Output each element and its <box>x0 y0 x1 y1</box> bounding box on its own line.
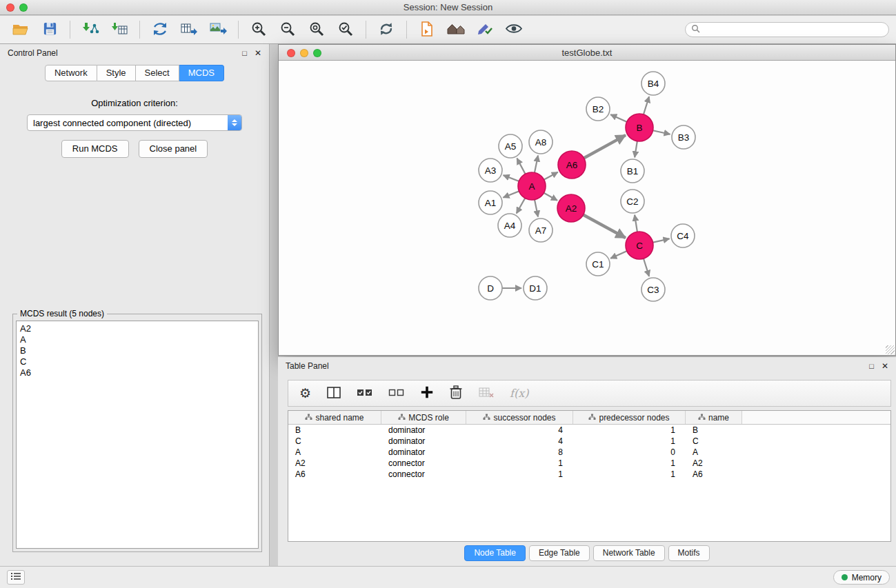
close-panel-button[interactable]: Close panel <box>139 140 208 158</box>
node-A8[interactable]: A8 <box>529 130 552 154</box>
resize-grip[interactable] <box>886 345 895 354</box>
table-cell: dominator <box>381 447 466 458</box>
add-column-button[interactable] <box>420 385 434 401</box>
table-row[interactable]: A6connector11A6 <box>288 469 890 480</box>
tab-network-table[interactable]: Network Table <box>593 545 665 561</box>
node-B4[interactable]: B4 <box>641 72 665 95</box>
export-table-button[interactable] <box>175 18 203 41</box>
result-list-item[interactable]: A2 <box>20 323 255 334</box>
zoom-out-button[interactable] <box>274 18 301 41</box>
zoom-fit-icon <box>308 21 325 39</box>
node-A1[interactable]: A1 <box>479 191 502 214</box>
column-header-shared-name[interactable]: shared name <box>288 411 381 424</box>
export-network-button[interactable] <box>146 18 174 41</box>
minimize-network-window-button[interactable] <box>300 49 308 57</box>
search-field[interactable] <box>685 22 889 37</box>
node-A4[interactable]: A4 <box>498 214 521 237</box>
run-mcds-button[interactable]: Run MCDS <box>61 140 129 158</box>
export-image-button[interactable] <box>204 18 232 41</box>
column-header-name[interactable]: name <box>686 411 742 424</box>
close-window-button[interactable] <box>6 3 14 12</box>
deselect-all-button[interactable] <box>388 387 405 401</box>
node-A5[interactable]: A5 <box>499 134 522 158</box>
result-list-item[interactable]: C <box>20 356 255 367</box>
save-session-button[interactable] <box>36 18 63 41</box>
table-row[interactable]: Cdominator41C <box>288 436 890 447</box>
node-C3[interactable]: C3 <box>641 278 665 301</box>
result-list-item[interactable]: B <box>20 345 255 356</box>
show-hide-button[interactable] <box>500 18 528 41</box>
network-window-titlebar[interactable]: testGlobe.txt <box>279 45 895 61</box>
svg-text:B: B <box>636 123 642 133</box>
column-header-MCDS-role[interactable]: MCDS role <box>381 411 466 424</box>
unchecked-boxes-icon <box>388 387 405 401</box>
search-input[interactable] <box>704 25 883 34</box>
select-all-button[interactable] <box>357 387 373 401</box>
node-C4[interactable]: C4 <box>671 224 695 247</box>
tab-node-table[interactable]: Node Table <box>464 545 526 561</box>
table-row[interactable]: Bdominator41B <box>288 425 890 436</box>
import-table-button[interactable] <box>106 18 133 41</box>
refresh-button[interactable] <box>372 18 400 41</box>
node-B[interactable]: B <box>626 114 653 141</box>
result-list-item[interactable]: A <box>20 334 255 345</box>
show-columns-button[interactable] <box>326 386 341 401</box>
memory-button[interactable]: Memory <box>833 570 890 585</box>
node-B2[interactable]: B2 <box>586 97 610 121</box>
criterion-dropdown[interactable]: largest connected component (directed) <box>27 114 242 131</box>
node-C1[interactable]: C1 <box>586 252 610 276</box>
app-titlebar: Session: New Session <box>0 0 896 15</box>
refresh-icon <box>378 21 395 39</box>
node-A[interactable]: A <box>518 172 546 200</box>
table-row[interactable]: A2connector11A2 <box>288 458 890 469</box>
table-row[interactable]: Adominator80A <box>288 447 890 458</box>
column-header-successor-nodes[interactable]: successor nodes <box>466 411 573 424</box>
zoom-fit-button[interactable] <box>303 18 330 41</box>
node-A3[interactable]: A3 <box>479 159 502 182</box>
close-network-window-button[interactable] <box>287 49 295 57</box>
table-toolbar: ⚙ <box>288 380 891 407</box>
mcds-result-list[interactable]: A2ABCA6 <box>16 321 259 549</box>
zoom-window-button[interactable] <box>19 3 28 12</box>
close-table-panel-icon[interactable]: ✕ <box>882 361 888 371</box>
node-table[interactable]: shared nameMCDS rolesuccessor nodesprede… <box>288 410 891 542</box>
network-canvas[interactable]: B4B2BB3A5A8A6A3B1AC2A1A2A4A7C4CC1C3DD1 <box>279 61 895 355</box>
node-D[interactable]: D <box>479 276 502 300</box>
checked-boxes-icon <box>357 387 373 401</box>
zoom-network-window-button[interactable] <box>313 49 321 57</box>
float-panel-icon[interactable]: □ <box>242 49 247 57</box>
node-B1[interactable]: B1 <box>621 159 644 183</box>
node-A6[interactable]: A6 <box>558 151 586 179</box>
zoom-in-button[interactable] <box>245 18 272 41</box>
export-image-icon <box>209 21 227 39</box>
node-C2[interactable]: C2 <box>621 190 644 213</box>
node-A2[interactable]: A2 <box>557 194 585 222</box>
tab-select[interactable]: Select <box>136 65 179 81</box>
node-C[interactable]: C <box>626 232 653 259</box>
delete-table-button[interactable] <box>478 386 495 401</box>
new-network-from-selection-button[interactable] <box>413 18 441 41</box>
node-B3[interactable]: B3 <box>672 125 695 149</box>
delete-column-button[interactable] <box>449 385 463 402</box>
node-D1[interactable]: D1 <box>524 276 547 300</box>
import-network-button[interactable] <box>77 18 104 41</box>
float-table-panel-icon[interactable]: □ <box>869 362 874 370</box>
close-panel-icon[interactable]: ✕ <box>255 48 261 58</box>
task-history-button[interactable] <box>7 570 25 585</box>
toolbar-divider <box>70 21 70 39</box>
tab-motifs[interactable]: Motifs <box>668 545 710 561</box>
tab-mcds[interactable]: MCDS <box>179 65 224 81</box>
table-options-button[interactable]: ⚙ <box>299 387 311 400</box>
zoom-selected-button[interactable] <box>332 18 359 41</box>
table-tabs: Node TableEdge TableNetwork TableMotifs <box>278 545 896 561</box>
function-builder-button[interactable]: f(x) <box>510 387 528 400</box>
open-session-button[interactable] <box>7 18 34 41</box>
tab-edge-table[interactable]: Edge Table <box>529 545 590 561</box>
column-header-predecessor-nodes[interactable]: predecessor nodes <box>573 411 686 424</box>
apply-style-button[interactable] <box>471 18 499 41</box>
home-button[interactable] <box>442 18 470 41</box>
tab-network[interactable]: Network <box>45 65 97 81</box>
node-A7[interactable]: A7 <box>529 219 552 242</box>
tab-style[interactable]: Style <box>97 65 136 81</box>
result-list-item[interactable]: A6 <box>20 367 255 378</box>
